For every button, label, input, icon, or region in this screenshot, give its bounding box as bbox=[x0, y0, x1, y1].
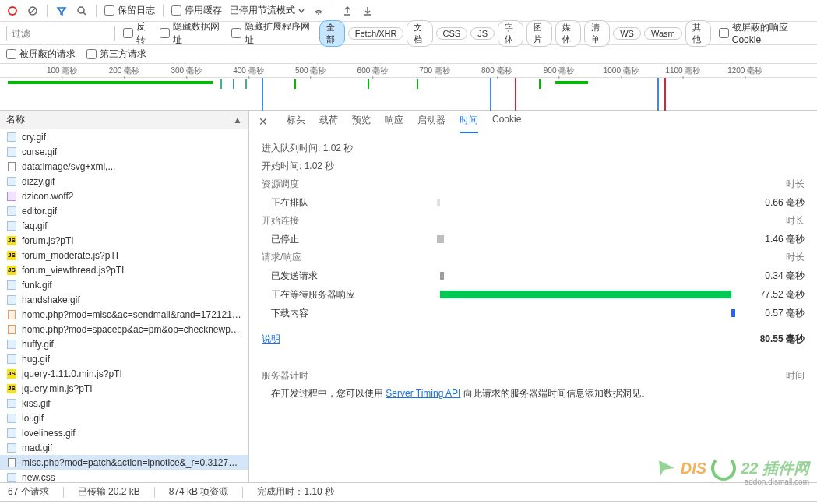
filter-chip-字体[interactable]: 字体 bbox=[498, 20, 523, 47]
script-icon: JS bbox=[6, 265, 17, 276]
sort-arrow-icon: ▲ bbox=[233, 115, 242, 125]
filter-chip-css[interactable]: CSS bbox=[436, 27, 468, 40]
request-row[interactable]: home.php?mod=misc&ac=sendmail&rand=17212… bbox=[0, 307, 248, 322]
status-bar: 67 个请求 已传输 20.2 kB 874 kB 项资源 完成用时：1.10 … bbox=[0, 482, 817, 501]
timeline-canvas bbox=[0, 78, 817, 111]
request-row[interactable]: dizzy.gif bbox=[0, 174, 248, 189]
blocked-requests-checkbox[interactable]: 被屏蔽的请求 bbox=[6, 48, 76, 61]
throttling-dropdown[interactable]: 已停用节流模式 bbox=[230, 4, 305, 17]
request-row[interactable]: lol.gif bbox=[0, 411, 248, 425]
timing-row: 正在排队0.66 毫秒 bbox=[262, 196, 805, 210]
request-row[interactable]: mad.gif bbox=[0, 440, 248, 455]
third-party-label: 第三方请求 bbox=[100, 48, 146, 61]
divider bbox=[47, 5, 48, 17]
started-time: 开始时间: 1.02 秒 bbox=[262, 160, 805, 173]
request-row[interactable]: editor.gif bbox=[0, 203, 248, 218]
detail-tab-6[interactable]: Cookie bbox=[492, 111, 521, 133]
detail-tab-5[interactable]: 时间 bbox=[460, 111, 478, 133]
disable-cache-checkbox[interactable]: 停用缓存 bbox=[171, 4, 222, 17]
request-name: jquery.min.js?pTI bbox=[22, 383, 92, 394]
third-party-checkbox[interactable]: 第三方请求 bbox=[86, 48, 146, 61]
clear-icon[interactable] bbox=[26, 5, 39, 17]
divider bbox=[96, 5, 97, 17]
record-icon[interactable] bbox=[6, 5, 19, 17]
request-row[interactable]: curse.gif bbox=[0, 144, 248, 159]
request-row[interactable]: JSjquery.min.js?pTI bbox=[0, 381, 248, 396]
filter-chip-wasm[interactable]: Wasm bbox=[644, 27, 682, 40]
filter-chip-js[interactable]: JS bbox=[470, 27, 495, 40]
detail-tab-2[interactable]: 预览 bbox=[352, 111, 371, 133]
request-name: cry.gif bbox=[22, 132, 46, 143]
request-row[interactable]: huffy.gif bbox=[0, 337, 248, 351]
close-icon[interactable]: ✕ bbox=[259, 115, 268, 128]
filter-chip-图片[interactable]: 图片 bbox=[526, 20, 552, 47]
server-timing-api-link[interactable]: Server Timing API bbox=[386, 388, 460, 399]
request-row[interactable]: data:image/svg+xml,... bbox=[0, 159, 248, 174]
timeline-tick: 200 毫秒 bbox=[109, 65, 139, 76]
timeline-tick: 700 毫秒 bbox=[419, 65, 449, 76]
request-name: funk.gif bbox=[22, 280, 52, 291]
image-icon bbox=[6, 398, 17, 409]
request-row[interactable]: JSjquery-1.11.0.min.js?pTI bbox=[0, 366, 248, 381]
filter-chip-媒体[interactable]: 媒体 bbox=[555, 20, 581, 47]
filter-chip-ws[interactable]: WS bbox=[613, 27, 641, 40]
secondary-filter-row: 被屏蔽的请求 第三方请求 bbox=[0, 45, 817, 64]
search-icon[interactable] bbox=[76, 5, 88, 17]
timing-row: 正在等待服务器响应77.52 毫秒 bbox=[262, 287, 805, 301]
svg-point-0 bbox=[9, 7, 16, 15]
filter-icon[interactable] bbox=[55, 5, 68, 17]
image-icon bbox=[6, 428, 17, 439]
request-row[interactable]: JSforum_viewthread.js?pTI bbox=[0, 263, 248, 277]
preserve-log-checkbox[interactable]: 保留日志 bbox=[104, 4, 155, 17]
filter-chip-其他[interactable]: 其他 bbox=[685, 20, 711, 47]
filter-row: 反转 隐藏数据网址 隐藏扩展程序网址 全部Fetch/XHR文档CSSJS字体图… bbox=[0, 22, 817, 45]
hide-ext-urls-checkbox[interactable]: 隐藏扩展程序网址 bbox=[231, 20, 312, 47]
request-row[interactable]: misc.php?mod=patch&action=ipnotice&_r=0.… bbox=[0, 455, 248, 470]
type-filter-chips: 全部Fetch/XHR文档CSSJS字体图片媒体清单WSWasm其他 bbox=[319, 20, 711, 47]
request-list[interactable]: cry.gifcurse.gifdata:image/svg+xml,...di… bbox=[0, 129, 248, 482]
detail-tab-0[interactable]: 标头 bbox=[287, 111, 305, 133]
request-row[interactable]: loveliness.gif bbox=[0, 425, 248, 440]
timeline-tick: 600 毫秒 bbox=[357, 65, 388, 76]
request-row[interactable]: kiss.gif bbox=[0, 396, 248, 411]
timing-label: 正在等待服务器响应 bbox=[262, 288, 379, 301]
filter-input[interactable] bbox=[6, 26, 115, 41]
network-timeline[interactable]: 100 毫秒200 毫秒300 毫秒400 毫秒500 毫秒600 毫秒700 … bbox=[0, 64, 817, 111]
filter-chip-清单[interactable]: 清单 bbox=[584, 20, 610, 47]
request-row[interactable]: handshake.gif bbox=[0, 292, 248, 307]
timing-value: 0.66 毫秒 bbox=[742, 196, 805, 210]
request-row[interactable]: new.css bbox=[0, 470, 248, 482]
status-transferred: 已传输 20.2 kB bbox=[78, 485, 140, 499]
request-list-header[interactable]: 名称 ▲ bbox=[0, 111, 248, 129]
filter-chip-文档[interactable]: 文档 bbox=[407, 20, 432, 47]
detail-tabs: ✕ 标头载荷预览响应启动器时间Cookie bbox=[249, 111, 817, 132]
timeline-tick: 1100 毫秒 bbox=[665, 65, 700, 76]
request-row[interactable]: JSforum.js?pTI bbox=[0, 233, 248, 248]
upload-icon[interactable] bbox=[341, 5, 354, 17]
detail-tab-1[interactable]: 载荷 bbox=[319, 111, 338, 133]
svg-point-5 bbox=[318, 13, 319, 15]
hide-data-urls-checkbox[interactable]: 隐藏数据网址 bbox=[160, 20, 223, 47]
request-row[interactable]: dzicon.woff2 bbox=[0, 189, 248, 203]
wifi-icon[interactable] bbox=[312, 5, 325, 17]
blocked-cookie-checkbox[interactable]: 被屏蔽的响应 Cookie bbox=[719, 21, 811, 45]
filter-chip-fetch/xhr[interactable]: Fetch/XHR bbox=[348, 27, 404, 40]
timing-value: 0.57 毫秒 bbox=[742, 307, 805, 320]
detail-tab-3[interactable]: 响应 bbox=[385, 111, 403, 133]
timeline-ruler: 100 毫秒200 毫秒300 毫秒400 毫秒500 毫秒600 毫秒700 … bbox=[0, 64, 817, 78]
request-row[interactable]: JSforum_moderate.js?pTI bbox=[0, 248, 248, 263]
filter-chip-全部[interactable]: 全部 bbox=[319, 20, 345, 47]
invert-checkbox[interactable]: 反转 bbox=[123, 20, 152, 47]
request-row[interactable]: funk.gif bbox=[0, 277, 248, 292]
explanation-link[interactable]: 说明 bbox=[262, 333, 280, 346]
document-icon bbox=[6, 324, 17, 335]
blocked-requests-label: 被屏蔽的请求 bbox=[19, 48, 76, 61]
detail-tab-4[interactable]: 启动器 bbox=[417, 111, 445, 133]
timing-label: 正在排队 bbox=[262, 196, 379, 210]
request-row[interactable]: cry.gif bbox=[0, 129, 248, 144]
download-icon[interactable] bbox=[361, 5, 374, 17]
request-row[interactable]: faq.gif bbox=[0, 218, 248, 233]
request-row[interactable]: hug.gif bbox=[0, 351, 248, 366]
request-row[interactable]: home.php?mod=spacecp&ac=pm&op=checknewpm… bbox=[0, 322, 248, 337]
request-name: misc.php?mod=patch&action=ipnotice&_r=0.… bbox=[22, 457, 242, 468]
